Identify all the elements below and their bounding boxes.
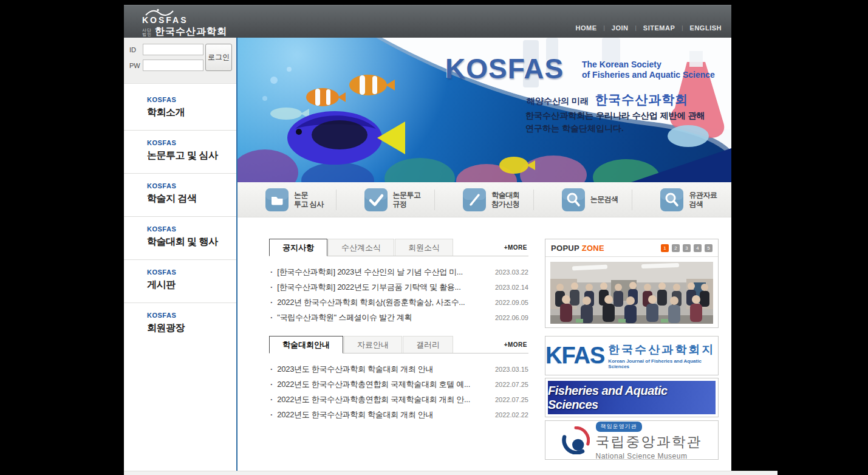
item-title[interactable]: 2022년도 한국수산과학회 학술대회 개최 안내 — [277, 409, 485, 420]
tab-notice[interactable]: 공지사항 — [269, 239, 327, 256]
sidebar-item-label: 학술지 검색 — [147, 193, 229, 205]
sidebar-item-member-plaza[interactable]: KOSFAS 회원광장 — [124, 303, 236, 346]
item-title[interactable]: "국립수산과학원" 스페셜이슈 발간 계획 — [277, 312, 485, 323]
nav-join[interactable]: JOIN — [612, 24, 629, 32]
bullet-icon: · — [270, 267, 273, 276]
item-title[interactable]: 2023년도 한국수산과학회 학술대회 개최 안내 — [277, 364, 485, 375]
search-icon — [660, 188, 683, 211]
item-title[interactable]: 2022년도 한국수산과학총연합회 국제학술대회 호텔 예... — [277, 379, 485, 390]
nsm-en-title: National Science Museum — [596, 452, 702, 460]
sidebar-eyebrow: KOSFAS — [147, 96, 229, 103]
sidebar-item-label: 학술대회 및 행사 — [147, 236, 229, 248]
quicklink-line2: 참가신청 — [491, 200, 519, 208]
more-button[interactable]: +MORE — [504, 341, 527, 348]
item-date: 2022.07.25 — [485, 381, 528, 388]
list-item: · [한국수산과학회] 2023년 수산인의 날 기념 수산업 미... 202… — [269, 264, 528, 279]
login-button[interactable]: 로그인 — [205, 44, 232, 71]
site-logo[interactable]: KOSFAS 사단법인 한국수산과학회 — [142, 9, 227, 38]
kfas-journal-banner[interactable]: KFAS 한국수산과학회지 Korean Journal of Fisherie… — [545, 336, 719, 375]
hero-banner: KOSFAS The Korean Society of Fisheries a… — [238, 38, 731, 182]
nsm-titles: 책임운영기관 국립중앙과학관 National Science Museum — [596, 420, 702, 460]
nav-separator: | — [682, 25, 683, 31]
page-button-5[interactable]: 5 — [705, 244, 713, 252]
quick-links-bar: 논문 투고 심사 논문투고 규정 — [238, 182, 731, 217]
quicklink-submission-rules[interactable]: 논문투고 규정 — [337, 182, 436, 217]
sidebar-item-submission[interactable]: KOSFAS 논문투고 및 심사 — [124, 131, 236, 174]
quicklink-line2: 규정 — [393, 200, 407, 208]
banner-desc-line1: 한국수산과학회는 우리나라 수산업 제반에 관해 — [525, 111, 705, 120]
item-title[interactable]: 2022년 한국수산과학회 학회상(원종훈학술상, 사조수... — [277, 297, 485, 308]
kfas-titles: 한국수산과학회지 Korean Journal of Fisheries and… — [608, 342, 718, 369]
item-title[interactable]: [한국수산과학회] 2023년 수산인의 날 기념 수산업 미... — [277, 267, 485, 278]
sidebar-eyebrow: KOSFAS — [147, 268, 229, 276]
page-button-3[interactable]: 3 — [683, 244, 691, 252]
sidebar-item-conference[interactable]: KOSFAS 학술대회 및 행사 — [124, 217, 236, 260]
sidebar-item-board[interactable]: KOSFAS 게시판 — [124, 260, 236, 303]
quicklink-line1: 논문 — [294, 191, 308, 199]
kfas-en-title: Korean Journal of Fisheries and Aquatic … — [608, 358, 718, 369]
quicklink-line2: 검색 — [689, 200, 703, 208]
quicklink-conference-apply[interactable]: 학술대회 참가신청 — [435, 182, 534, 217]
quicklink-label: 논문검색 — [590, 195, 618, 204]
list-item: · 2022년도 한국수산과학총연합회 국제학술대회 개최 안... 2022.… — [269, 392, 528, 407]
id-input[interactable] — [143, 44, 203, 55]
science-museum-banner[interactable]: 책임운영기관 국립중앙과학관 National Science Museum — [545, 420, 719, 460]
tab-conference-guide[interactable]: 학술대회안내 — [269, 336, 343, 354]
quicklink-label: 논문투고 규정 — [393, 191, 421, 209]
more-button[interactable]: +MORE — [504, 244, 527, 251]
item-title[interactable]: [한국수산과학회] 2022년도 기부금품 기탁액 및 활용... — [277, 282, 485, 293]
fas-journal-banner[interactable]: Fisheries and Aquatic Sciences — [545, 378, 719, 417]
tab-fisheries-news[interactable]: 수산계소식 — [328, 239, 394, 256]
nav-sitemap[interactable]: SITEMAP — [643, 24, 675, 32]
quicklink-paper-review[interactable]: 논문 투고 심사 — [238, 182, 337, 217]
bullet-icon: · — [270, 364, 273, 374]
pw-input[interactable] — [143, 60, 203, 71]
pw-label: PW — [129, 62, 143, 69]
page-button-2[interactable]: 2 — [672, 244, 680, 252]
sidebar-item-label: 학회소개 — [147, 106, 229, 119]
popup-zone: POPUP ZONE 1 2 3 4 5 — [545, 239, 719, 328]
tab-gallery[interactable]: 갤러리 — [403, 336, 453, 353]
item-date: 2023.03.22 — [485, 268, 528, 276]
quicklink-line2: 투고 심사 — [294, 200, 324, 208]
kfas-acronym: KFAS — [545, 343, 604, 369]
group-photo-illustration — [550, 262, 713, 324]
fas-title: Fisheries and Aquatic Sciences — [548, 384, 716, 412]
quicklink-related-search[interactable]: 유관자료 검색 — [632, 182, 731, 217]
right-column: POPUP ZONE 1 2 3 4 5 — [545, 239, 719, 328]
popup-title-accent: ZONE — [582, 244, 604, 253]
site-header: KOSFAS 사단법인 한국수산과학회 HOME| JOIN| SITEMAP|… — [124, 5, 731, 38]
sidebar-item-journal-search[interactable]: KOSFAS 학술지 검색 — [124, 174, 236, 217]
list-item: · [한국수산과학회] 2022년도 기부금품 기탁액 및 활용... 2023… — [269, 279, 528, 295]
item-date: 2022.06.09 — [485, 314, 528, 321]
sidebar-eyebrow: KOSFAS — [147, 139, 229, 146]
sidebar-eyebrow: KOSFAS — [147, 182, 229, 190]
popup-photo[interactable] — [550, 262, 713, 324]
nav-separator: | — [635, 25, 637, 31]
fas-banner-inner: Fisheries and Aquatic Sciences — [548, 381, 716, 414]
nsm-badge: 책임운영기관 — [596, 422, 642, 432]
item-title[interactable]: 2022년도 한국수산과학총연합회 국제학술대회 개최 안... — [277, 394, 485, 405]
search-icon — [562, 188, 585, 211]
nav-english[interactable]: ENGLISH — [690, 24, 722, 32]
nav-home[interactable]: HOME — [575, 24, 596, 32]
bullet-icon: · — [270, 380, 273, 389]
logo-org-type: 사단법인 — [142, 28, 152, 36]
list-item: · 2022년도 한국수산과학회 학술대회 개최 안내 2022.02.22 — [269, 407, 528, 422]
page-button-1[interactable]: 1 — [661, 244, 669, 252]
page-button-4[interactable]: 4 — [694, 244, 702, 252]
banner-tagline-name: 한국수산과학회 — [595, 92, 688, 106]
banner-description: 한국수산과학회는 우리나라 수산업 제반에 관해 연구하는 학술단체입니다. — [525, 109, 705, 135]
item-date: 2022.02.22 — [485, 411, 528, 419]
taegeuk-emblem-icon — [562, 426, 590, 454]
quicklink-paper-search[interactable]: 논문검색 — [534, 182, 633, 217]
item-date: 2022.09.05 — [485, 299, 528, 306]
tab-materials[interactable]: 자료안내 — [344, 336, 402, 353]
sidebar-item-about[interactable]: KOSFAS 학회소개 — [124, 87, 236, 131]
tab-member-news[interactable]: 회원소식 — [395, 239, 453, 256]
bullet-icon: · — [270, 282, 273, 292]
quicklink-label: 학술대회 참가신청 — [491, 191, 519, 209]
popup-zone-title: POPUP ZONE — [551, 244, 604, 253]
bullet-icon: · — [270, 410, 273, 419]
list-item: · 2022년도 한국수산과학총연합회 국제학술대회 호텔 예... 2022.… — [269, 377, 528, 392]
